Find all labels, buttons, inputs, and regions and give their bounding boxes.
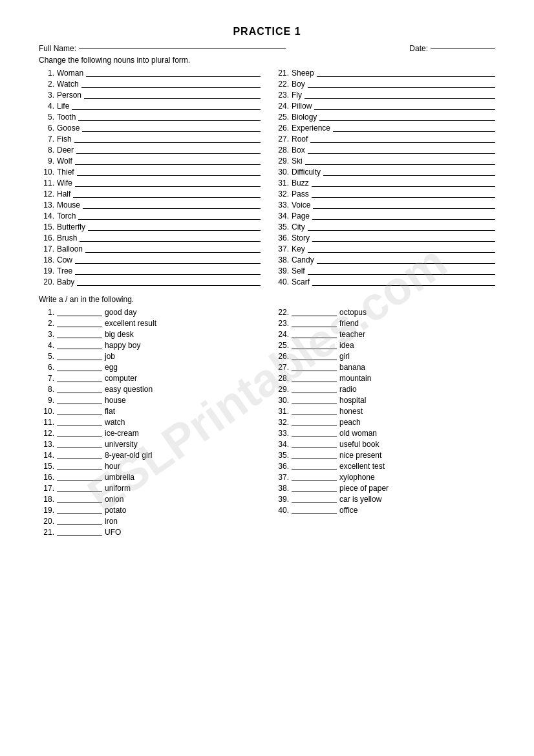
answer-line[interactable] xyxy=(84,98,261,99)
answer-blank[interactable] xyxy=(57,470,102,470)
answer-blank[interactable] xyxy=(292,327,337,327)
answer-blank[interactable] xyxy=(292,491,337,492)
answer-blank[interactable] xyxy=(292,371,337,371)
answer-blank[interactable] xyxy=(292,481,337,481)
answer-blank[interactable] xyxy=(57,426,102,426)
answer-line[interactable] xyxy=(72,109,261,110)
answer-blank[interactable] xyxy=(292,459,337,459)
answer-blank[interactable] xyxy=(57,459,102,459)
answer-line[interactable] xyxy=(308,230,495,231)
answer-blank[interactable] xyxy=(292,338,337,338)
answer-line[interactable] xyxy=(304,98,495,99)
answer-blank[interactable] xyxy=(57,371,102,371)
answer-line[interactable] xyxy=(82,131,261,132)
answer-line[interactable] xyxy=(312,285,495,286)
answer-line[interactable] xyxy=(319,120,495,121)
answer-line[interactable] xyxy=(314,109,495,110)
answer-blank[interactable] xyxy=(57,316,102,316)
answer-blank[interactable] xyxy=(57,360,102,360)
answer-blank[interactable] xyxy=(57,491,102,492)
answer-line[interactable] xyxy=(86,76,261,77)
answer-blank[interactable] xyxy=(57,415,102,415)
item-num: 4. xyxy=(39,341,57,350)
item-word: Difficulty xyxy=(292,167,321,177)
answer-blank[interactable] xyxy=(57,524,102,525)
answer-blank[interactable] xyxy=(57,382,102,382)
answer-blank[interactable] xyxy=(57,327,102,327)
answer-blank[interactable] xyxy=(292,426,337,426)
answer-line[interactable] xyxy=(80,241,261,242)
answer-line[interactable] xyxy=(83,208,261,209)
full-name-underline[interactable] xyxy=(79,49,286,49)
answer-line[interactable] xyxy=(85,252,261,253)
answer-blank[interactable] xyxy=(57,535,102,536)
answer-blank[interactable] xyxy=(57,481,102,481)
item-word: Brush xyxy=(57,233,77,243)
answer-line[interactable] xyxy=(313,208,495,209)
answer-line[interactable] xyxy=(312,219,495,220)
answer-blank[interactable] xyxy=(292,349,337,349)
answer-blank[interactable] xyxy=(292,382,337,382)
answer-line[interactable] xyxy=(308,274,495,275)
table-row: 4. Life xyxy=(39,102,261,111)
item-num: 17. xyxy=(39,484,57,493)
item-text: hour xyxy=(105,462,120,471)
answer-line[interactable] xyxy=(77,175,261,176)
answer-line[interactable] xyxy=(75,274,261,275)
answer-line[interactable] xyxy=(333,131,495,132)
answer-blank[interactable] xyxy=(57,437,102,437)
answer-blank[interactable] xyxy=(57,513,102,514)
answer-line[interactable] xyxy=(76,153,261,154)
answer-blank[interactable] xyxy=(292,415,337,415)
item-word: Fly xyxy=(292,91,302,100)
answer-blank[interactable] xyxy=(57,404,102,404)
answer-line[interactable] xyxy=(312,186,495,187)
answer-line[interactable] xyxy=(78,120,261,121)
answer-blank[interactable] xyxy=(292,513,337,514)
item-word: Watch xyxy=(57,80,79,89)
answer-line[interactable] xyxy=(78,219,261,220)
answer-line[interactable] xyxy=(81,87,261,88)
answer-line[interactable] xyxy=(77,285,261,286)
answer-line[interactable] xyxy=(312,197,495,198)
answer-line[interactable] xyxy=(75,263,261,264)
answer-line[interactable] xyxy=(317,76,495,77)
answer-blank[interactable] xyxy=(292,437,337,437)
answer-line[interactable] xyxy=(75,164,261,165)
item-num: 38. xyxy=(273,255,292,265)
answer-blank[interactable] xyxy=(292,470,337,470)
answer-line[interactable] xyxy=(312,241,495,242)
answer-blank[interactable] xyxy=(57,393,102,393)
table-row: 5. Tooth xyxy=(39,113,261,122)
answer-blank[interactable] xyxy=(292,502,337,503)
answer-line[interactable] xyxy=(75,186,261,187)
answer-line[interactable] xyxy=(310,142,495,143)
answer-line[interactable] xyxy=(317,263,495,264)
answer-blank[interactable] xyxy=(292,404,337,404)
answer-blank[interactable] xyxy=(292,448,337,448)
item-num: 29. xyxy=(273,385,292,394)
answer-line[interactable] xyxy=(74,142,261,143)
answer-blank[interactable] xyxy=(57,502,102,503)
answer-line[interactable] xyxy=(323,175,495,176)
table-row: 11. Wife xyxy=(39,178,261,188)
answer-blank[interactable] xyxy=(57,448,102,448)
table-row: 3. Person xyxy=(39,91,261,100)
answer-line[interactable] xyxy=(305,164,495,165)
full-name-label: Full Name: xyxy=(39,44,76,53)
answer-line[interactable] xyxy=(308,153,495,154)
table-row: 40. Scarf xyxy=(273,277,495,286)
item-word: Scarf xyxy=(292,277,310,286)
answer-line[interactable] xyxy=(88,230,261,231)
answer-line[interactable] xyxy=(73,197,261,198)
answer-blank[interactable] xyxy=(292,360,337,360)
item-num: 23. xyxy=(273,91,292,100)
item-num: 36. xyxy=(273,462,292,471)
answer-blank[interactable] xyxy=(292,393,337,393)
answer-blank[interactable] xyxy=(57,338,102,338)
answer-line[interactable] xyxy=(308,252,495,253)
answer-line[interactable] xyxy=(308,87,495,88)
answer-blank[interactable] xyxy=(57,349,102,349)
date-underline[interactable] xyxy=(431,49,495,49)
answer-blank[interactable] xyxy=(292,316,337,316)
